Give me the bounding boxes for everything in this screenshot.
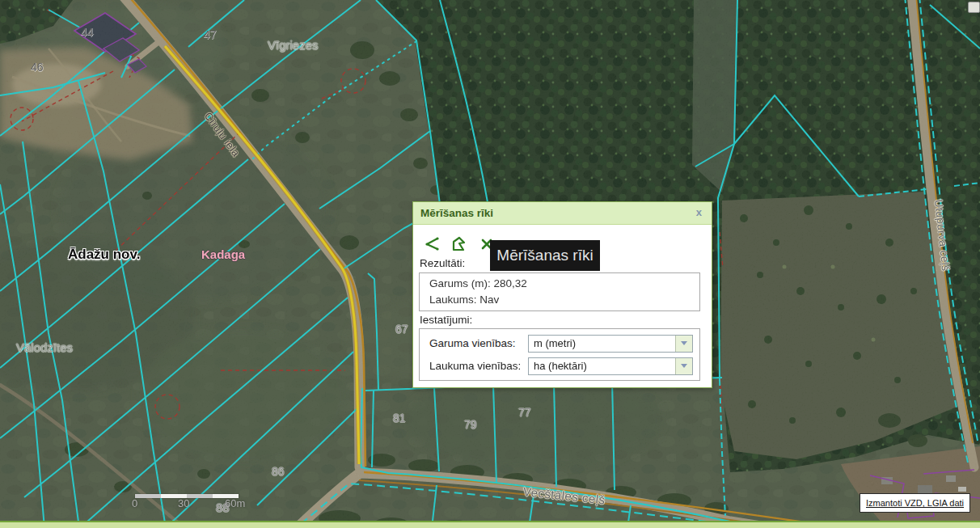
area-units-row: Laukuma vienības: ha (hektāri) bbox=[420, 357, 699, 374]
area-result: Laukums: Nav bbox=[420, 292, 699, 308]
length-result: Garums (m): 280,32 bbox=[420, 276, 699, 292]
measurement-tools-dialog: Mērīšanas rīki x Rezultāti: Garums (m): … bbox=[412, 201, 712, 388]
area-units-label: Laukuma vienības: bbox=[429, 360, 528, 372]
chevron-down-icon bbox=[681, 341, 687, 348]
dialog-title: Mērīšanas rīki bbox=[413, 207, 493, 219]
dropdown-button[interactable] bbox=[675, 358, 692, 374]
settings-box: Garuma vienības: m (metri) Laukuma vienī… bbox=[419, 328, 700, 381]
measure-area-icon[interactable] bbox=[450, 234, 468, 253]
length-units-label: Garuma vienības: bbox=[429, 337, 528, 349]
area-units-value: ha (hektāri) bbox=[529, 358, 675, 374]
dialog-header[interactable]: Mērīšanas rīki bbox=[413, 202, 712, 225]
chevron-down-icon bbox=[681, 364, 687, 371]
tooltip: Mērīšanas rīki bbox=[490, 240, 600, 271]
settings-heading: Iestatījumi: bbox=[420, 314, 472, 326]
attribution-link[interactable]: Izmantoti VZD, LGIA dati bbox=[860, 493, 970, 513]
map-control-partial-icon[interactable] bbox=[968, 2, 980, 13]
attribution-text: Izmantoti VZD, LGIA dati bbox=[866, 498, 964, 508]
length-units-value: m (metri) bbox=[529, 336, 675, 352]
measure-toolbar bbox=[422, 234, 496, 253]
bottom-toolbar-edge bbox=[0, 521, 980, 528]
length-units-row: Garuma vienības: m (metri) bbox=[420, 335, 699, 352]
close-icon[interactable]: x bbox=[696, 206, 702, 218]
scale-bar bbox=[135, 494, 239, 498]
length-units-select[interactable]: m (metri) bbox=[528, 335, 693, 353]
results-box: Garums (m): 280,32 Laukums: Nav bbox=[419, 272, 700, 311]
measure-distance-icon[interactable] bbox=[422, 234, 441, 253]
dropdown-button[interactable] bbox=[675, 336, 692, 352]
results-heading: Rezultāti: bbox=[420, 257, 465, 269]
area-units-select[interactable]: ha (hektāri) bbox=[528, 357, 693, 375]
